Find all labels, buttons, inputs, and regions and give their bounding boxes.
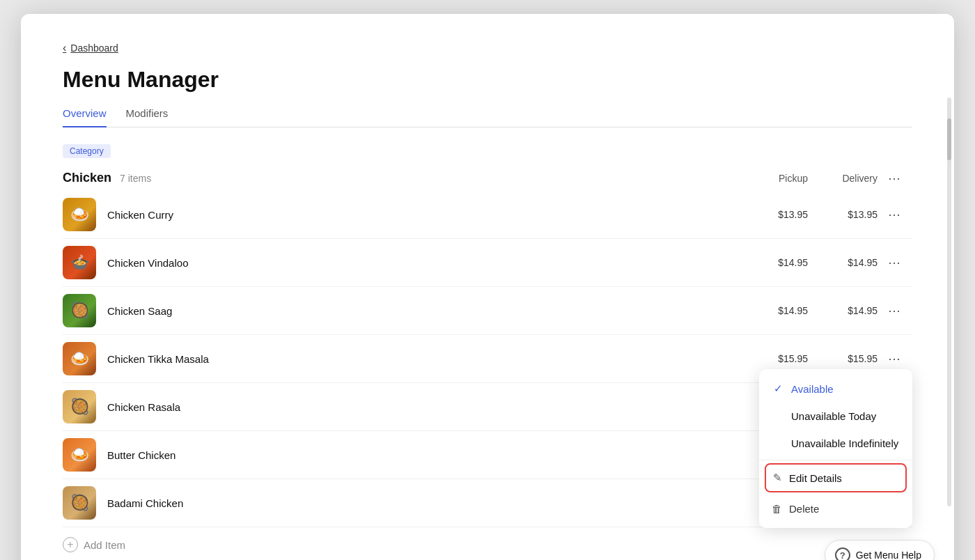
pencil-icon: ✎ — [773, 472, 782, 484]
dropdown-edit-details[interactable]: ✎ Edit Details — [765, 463, 907, 492]
item-thumbnail: 🥘 — [63, 390, 96, 423]
pickup-column-header: Pickup — [738, 173, 808, 184]
item-actions: ⋯ — [878, 204, 912, 225]
menu-items-list: 🍛 Chicken Curry $13.95 $13.95 ⋯ 🍲 Chicke… — [63, 191, 912, 527]
item-delivery-price: $15.95 — [808, 353, 878, 364]
item-thumbnail: 🍲 — [63, 246, 96, 279]
item-name: Chicken Curry — [107, 209, 738, 221]
back-link[interactable]: ‹ Dashboard — [63, 42, 912, 54]
menu-item-row: 🥘 Chicken Saag $14.95 $14.95 ⋯ — [63, 287, 912, 335]
scrollbar[interactable] — [947, 98, 951, 506]
add-item-row[interactable]: + Add Item — [63, 527, 912, 560]
item-thumbnail: 🍛 — [63, 342, 96, 375]
dropdown-delete[interactable]: 🗑 Delete — [759, 495, 912, 522]
category-name: Chicken — [63, 171, 111, 185]
delete-label: Delete — [789, 503, 819, 515]
item-thumbnail: 🥘 — [63, 486, 96, 520]
item-more-button[interactable]: ⋯ — [882, 300, 907, 321]
dropdown-divider — [759, 460, 912, 460]
category-badge: Category — [63, 144, 111, 158]
category-section: Category Chicken 7 items Pickup Delivery… — [63, 144, 912, 560]
add-icon: + — [63, 537, 78, 552]
dropdown-unavailable-indefinitely[interactable]: Unavailable Indefinitely — [759, 430, 912, 457]
trash-icon: 🗑 — [772, 503, 782, 515]
item-thumbnail: 🍛 — [63, 438, 96, 472]
item-thumbnail: 🍛 — [63, 198, 96, 231]
unavailable-indefinitely-label: Unavailable Indefinitely — [791, 437, 898, 449]
item-more-button[interactable]: ⋯ — [882, 348, 907, 369]
help-button-label: Get Menu Help — [856, 550, 921, 560]
item-thumbnail: 🥘 — [63, 294, 96, 327]
item-pickup-price: $14.95 — [738, 257, 808, 268]
tab-modifiers[interactable]: Modifiers — [126, 107, 169, 127]
item-delivery-price: $13.95 — [808, 209, 878, 220]
edit-details-label: Edit Details — [789, 472, 842, 484]
app-window: ‹ Dashboard Menu Manager Overview Modifi… — [21, 14, 954, 560]
item-pickup-price: $14.95 — [738, 305, 808, 316]
item-name: Butter Chicken — [107, 449, 738, 461]
item-delivery-price: $14.95 — [808, 305, 878, 316]
delivery-column-header: Delivery — [808, 173, 878, 184]
menu-item-row: 🍛 Chicken Curry $13.95 $13.95 ⋯ — [63, 191, 912, 239]
item-actions: ⋯ — [878, 252, 912, 273]
category-count: 7 items — [120, 173, 151, 184]
actions-column-header: ⋯ — [878, 171, 912, 186]
item-actions: ⋯ — [878, 300, 912, 321]
item-name: Chicken Rasala — [107, 401, 738, 413]
item-actions: ⋯ ✓ Available Unavailable Today — [878, 348, 912, 369]
menu-item-row: 🍛 Chicken Tikka Masala $15.95 $15.95 ⋯ ✓… — [63, 335, 912, 383]
back-arrow-icon: ‹ — [63, 42, 66, 54]
tab-bar: Overview Modifiers — [63, 107, 912, 127]
menu-item-row: 🍲 Chicken Vindaloo $14.95 $14.95 ⋯ — [63, 239, 912, 287]
page-title: Menu Manager — [63, 67, 912, 93]
item-name: Chicken Vindaloo — [107, 257, 738, 269]
item-delivery-price: $14.95 — [808, 257, 878, 268]
scrollbar-thumb[interactable] — [947, 118, 951, 160]
unavailable-today-label: Unavailable Today — [791, 410, 876, 422]
item-pickup-price: $15.95 — [738, 353, 808, 364]
item-name: Chicken Saag — [107, 305, 738, 317]
context-menu: ✓ Available Unavailable Today Unavailabl… — [759, 369, 912, 528]
main-content: ‹ Dashboard Menu Manager Overview Modifi… — [21, 14, 954, 560]
item-name: Badami Chicken — [107, 497, 738, 509]
tab-overview[interactable]: Overview — [63, 107, 107, 127]
available-label: Available — [791, 383, 834, 395]
dropdown-unavailable-today[interactable]: Unavailable Today — [759, 403, 912, 430]
add-item-label: Add Item — [84, 539, 125, 551]
get-menu-help-button[interactable]: ? Get Menu Help — [825, 540, 935, 560]
item-name: Chicken Tikka Masala — [107, 353, 738, 365]
category-header: Chicken 7 items — [63, 165, 738, 191]
help-icon: ? — [835, 547, 850, 560]
item-pickup-price: $13.95 — [738, 209, 808, 220]
category-more-icon[interactable]: ⋯ — [888, 171, 902, 185]
item-more-button[interactable]: ⋯ — [882, 204, 907, 225]
checkmark-icon: ✓ — [772, 382, 784, 395]
category-header-row: Chicken 7 items Pickup Delivery ⋯ — [63, 165, 912, 191]
back-link-label: Dashboard — [70, 42, 118, 54]
dropdown-available[interactable]: ✓ Available — [759, 375, 912, 403]
item-more-button[interactable]: ⋯ — [882, 252, 907, 273]
